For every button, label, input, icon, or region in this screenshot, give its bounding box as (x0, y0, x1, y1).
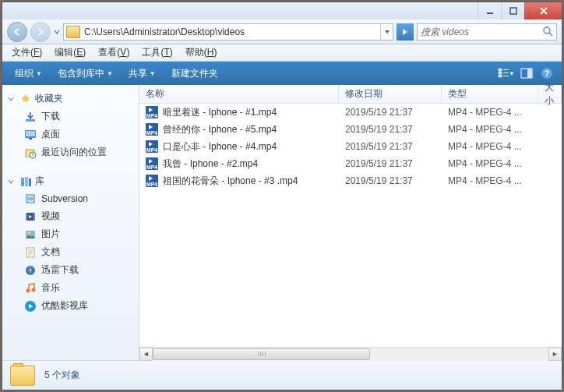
titlebar (2, 2, 562, 19)
mp4-icon: MP4 (146, 157, 158, 170)
file-name: 暗里着迷 - Iphone - #1.mp4 (163, 106, 277, 119)
file-type: MP4 - MPEG-4 ... (442, 141, 538, 152)
sidebar-item-desktop[interactable]: 桌面 (2, 125, 139, 143)
video-icon (24, 210, 37, 223)
include-in-library-menu[interactable]: 包含到库中 ▼ (51, 65, 119, 83)
maximize-button[interactable] (501, 2, 524, 19)
back-button[interactable] (7, 22, 27, 42)
chevron-down-icon: ▼ (150, 70, 156, 77)
mp4-icon: MP4 (146, 123, 158, 136)
address-bar[interactable]: C:\Users\Administrator\Desktop\videos (63, 23, 393, 41)
recent-icon (24, 147, 37, 159)
sidebar-item-subversion[interactable]: Subversion (2, 190, 139, 207)
file-row[interactable]: MP4曾经的你 - Iphone - #5.mp42019/5/19 21:37… (139, 121, 562, 138)
menu-f[interactable]: 文件(F) (5, 44, 48, 61)
search-box[interactable] (417, 23, 557, 41)
file-date: 2019/5/19 21:37 (339, 175, 442, 186)
sidebar-item-label: 视频 (41, 210, 60, 223)
svg-rect-4 (499, 72, 502, 74)
libraries-label: 库 (35, 175, 44, 188)
scroll-right-button[interactable]: ► (548, 348, 562, 361)
help-button[interactable]: ? (538, 65, 555, 82)
sidebar-item-video[interactable]: 视频 (2, 207, 139, 225)
chevron-down-icon: ▼ (107, 70, 113, 77)
close-button[interactable] (524, 2, 562, 19)
sidebar-item-xunlei[interactable]: 迅雷下载 (2, 261, 139, 279)
file-row[interactable]: MP4我曾 - Iphone - #2.mp42019/5/19 21:37MP… (139, 155, 562, 172)
column-headers: 名称 修改日期 类型 大小 (139, 85, 562, 104)
scroll-track[interactable] (153, 348, 548, 361)
column-type[interactable]: 类型 (442, 85, 538, 103)
file-date: 2019/5/19 21:37 (339, 158, 442, 169)
mp4-icon: MP4 (146, 106, 158, 118)
sidebar-item-documents[interactable]: 文档 (2, 243, 139, 261)
navigation-bar: C:\Users\Administrator\Desktop\videos (2, 19, 562, 44)
menu-h[interactable]: 帮助(H) (179, 44, 224, 61)
status-bar: 5 个对象 (2, 360, 562, 390)
history-dropdown-icon[interactable] (54, 28, 60, 36)
svg-rect-24 (26, 213, 27, 221)
search-icon (543, 26, 553, 37)
youku-icon (24, 300, 37, 313)
svg-rect-0 (487, 12, 493, 14)
refresh-button[interactable] (397, 23, 414, 41)
sidebar-item-recent[interactable]: 最近访问的位置 (2, 143, 139, 161)
sidebar-item-label: Subversion (41, 193, 88, 204)
svg-rect-19 (21, 178, 24, 186)
sidebar-item-download[interactable]: 下载 (2, 108, 139, 125)
horizontal-scrollbar[interactable]: ◄ ► (139, 347, 562, 360)
svg-rect-10 (527, 69, 532, 78)
svg-point-27 (28, 231, 30, 234)
file-type: MP4 - MPEG-4 ... (442, 175, 538, 186)
svg-text:?: ? (545, 69, 550, 78)
menu-v[interactable]: 查看(V) (92, 44, 136, 61)
new-folder-button[interactable]: 新建文件夹 (165, 65, 224, 83)
svg-rect-25 (33, 213, 35, 221)
file-date: 2019/5/19 21:37 (339, 141, 442, 152)
sidebar-item-label: 图片 (41, 228, 60, 241)
file-date: 2019/5/19 21:37 (339, 124, 442, 135)
explorer-window: C:\Users\Administrator\Desktop\videos 文件… (2, 2, 562, 390)
forward-button[interactable] (30, 22, 51, 42)
share-menu[interactable]: 共享 ▼ (122, 65, 162, 83)
menu-t[interactable]: 工具(T) (136, 44, 178, 61)
menu-e[interactable]: 编辑(E) (48, 44, 92, 61)
minimize-button[interactable] (478, 2, 501, 19)
address-dropdown[interactable] (380, 24, 393, 40)
svg-rect-7 (503, 72, 509, 73)
organize-menu[interactable]: 组织 ▼ (9, 65, 48, 83)
file-name: 口是心非 - Iphone - #4.mp4 (163, 140, 277, 154)
sidebar-item-music[interactable]: 音乐 (2, 279, 139, 297)
favorites-header[interactable]: ★ 收藏夹 (2, 90, 139, 108)
column-name[interactable]: 名称 (139, 85, 339, 103)
chevron-down-icon (7, 95, 15, 103)
sidebar-item-pictures[interactable]: 图片 (2, 225, 139, 243)
menu-bar: 文件(F)编辑(E)查看(V)工具(T)帮助(H) (2, 44, 562, 62)
file-name: 曾经的你 - Iphone - #5.mp4 (163, 123, 277, 136)
file-row[interactable]: MP4暗里着迷 - Iphone - #1.mp42019/5/19 21:37… (139, 104, 562, 121)
column-size[interactable]: 大小 (538, 85, 562, 103)
sidebar-item-label: 文档 (41, 245, 60, 259)
svg-point-2 (544, 27, 550, 34)
view-options-button[interactable]: ▼ (498, 65, 515, 82)
sidebar-item-label: 迅雷下载 (41, 263, 79, 277)
folder-icon (66, 26, 80, 38)
libraries-header[interactable]: 库 (2, 172, 139, 190)
favorites-label: 收藏夹 (35, 92, 63, 105)
column-date[interactable]: 修改日期 (339, 85, 442, 103)
sidebar-item-label: 音乐 (41, 281, 60, 295)
scroll-left-button[interactable]: ◄ (139, 348, 153, 361)
search-input[interactable] (421, 26, 540, 37)
folder-icon (10, 366, 35, 386)
sidebar-item-label: 下载 (41, 110, 60, 123)
file-row[interactable]: MP4祖国的花骨朵 - Iphone - #3 .mp42019/5/19 21… (139, 172, 562, 189)
subversion-icon (24, 192, 37, 205)
chevron-down-icon (7, 178, 15, 185)
svg-rect-13 (26, 119, 35, 122)
file-type: MP4 - MPEG-4 ... (442, 107, 538, 118)
scroll-thumb[interactable] (153, 348, 370, 360)
chevron-down-icon: ▼ (509, 70, 515, 77)
file-row[interactable]: MP4口是心非 - Iphone - #4.mp42019/5/19 21:37… (139, 138, 562, 155)
sidebar-item-youku[interactable]: 优酷影视库 (2, 297, 139, 315)
preview-pane-button[interactable] (518, 65, 535, 82)
